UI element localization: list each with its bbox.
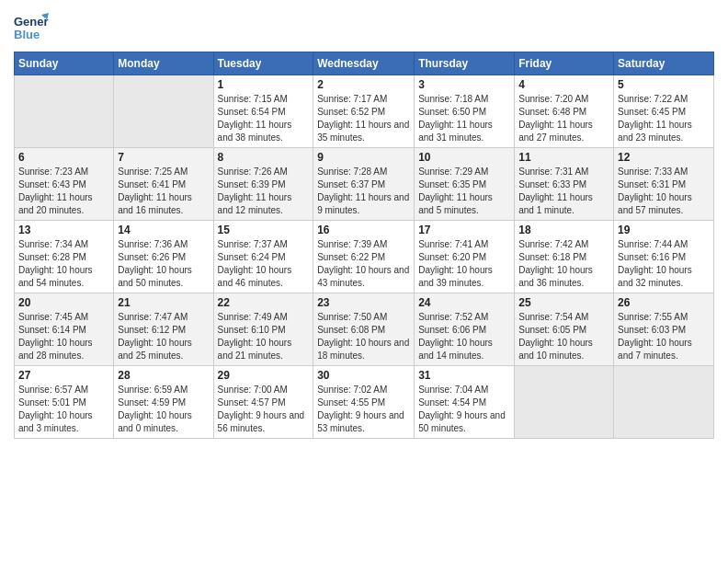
calendar-cell: 12Sunrise: 7:33 AM Sunset: 6:31 PM Dayli… [614,148,714,221]
calendar-cell: 10Sunrise: 7:29 AM Sunset: 6:35 PM Dayli… [415,148,515,221]
day-info: Sunrise: 6:57 AM Sunset: 5:01 PM Dayligh… [18,384,109,435]
day-info: Sunrise: 7:20 AM Sunset: 6:48 PM Dayligh… [518,93,609,144]
calendar-cell [15,75,114,148]
day-number: 4 [518,78,609,91]
calendar-cell: 23Sunrise: 7:50 AM Sunset: 6:08 PM Dayli… [313,293,415,366]
day-info: Sunrise: 7:18 AM Sunset: 6:50 PM Dayligh… [418,93,510,144]
day-number: 17 [418,224,510,236]
day-number: 12 [618,151,710,164]
day-number: 6 [18,151,109,164]
day-number: 1 [218,78,310,91]
day-number: 10 [418,151,510,164]
calendar-cell: 4Sunrise: 7:20 AM Sunset: 6:48 PM Daylig… [515,75,614,148]
day-number: 29 [218,369,310,382]
day-info: Sunrise: 7:23 AM Sunset: 6:43 PM Dayligh… [18,166,109,217]
day-info: Sunrise: 7:22 AM Sunset: 6:45 PM Dayligh… [618,93,710,144]
calendar-cell: 16Sunrise: 7:39 AM Sunset: 6:22 PM Dayli… [313,221,415,293]
calendar-cell: 20Sunrise: 7:45 AM Sunset: 6:14 PM Dayli… [15,293,114,366]
day-number: 14 [118,224,209,236]
day-number: 7 [118,151,209,164]
header: General Blue [14,9,714,44]
calendar-week-row: 6Sunrise: 7:23 AM Sunset: 6:43 PM Daylig… [15,148,714,221]
calendar-week-row: 27Sunrise: 6:57 AM Sunset: 5:01 PM Dayli… [15,366,714,439]
day-number: 31 [418,369,510,382]
weekday-header: Saturday [614,52,714,75]
day-number: 30 [317,369,410,382]
calendar-week-row: 1Sunrise: 7:15 AM Sunset: 6:54 PM Daylig… [15,75,714,148]
weekday-header: Thursday [415,52,515,75]
calendar-cell: 25Sunrise: 7:54 AM Sunset: 6:05 PM Dayli… [515,293,614,366]
day-info: Sunrise: 7:47 AM Sunset: 6:12 PM Dayligh… [118,311,209,362]
page-container: General Blue SundayMondayTuesdayWednesda… [0,0,728,448]
calendar-cell: 13Sunrise: 7:34 AM Sunset: 6:28 PM Dayli… [15,221,114,293]
day-info: Sunrise: 7:29 AM Sunset: 6:35 PM Dayligh… [418,166,510,217]
day-info: Sunrise: 7:04 AM Sunset: 4:54 PM Dayligh… [418,384,510,435]
weekday-header: Wednesday [313,52,415,75]
day-number: 20 [18,296,109,309]
day-info: Sunrise: 7:34 AM Sunset: 6:28 PM Dayligh… [18,238,109,290]
day-info: Sunrise: 7:17 AM Sunset: 6:52 PM Dayligh… [317,93,410,144]
day-number: 8 [218,151,310,164]
day-info: Sunrise: 7:50 AM Sunset: 6:08 PM Dayligh… [317,311,410,362]
day-info: Sunrise: 7:25 AM Sunset: 6:41 PM Dayligh… [118,166,209,217]
day-number: 27 [18,369,109,382]
day-info: Sunrise: 7:55 AM Sunset: 6:03 PM Dayligh… [618,311,710,362]
day-number: 11 [518,151,609,164]
day-number: 24 [418,296,510,309]
day-number: 3 [418,78,510,91]
day-info: Sunrise: 7:33 AM Sunset: 6:31 PM Dayligh… [618,166,710,217]
calendar-cell: 27Sunrise: 6:57 AM Sunset: 5:01 PM Dayli… [15,366,114,439]
calendar-cell: 17Sunrise: 7:41 AM Sunset: 6:20 PM Dayli… [415,221,515,293]
day-number: 18 [518,224,609,236]
calendar-cell: 28Sunrise: 6:59 AM Sunset: 4:59 PM Dayli… [114,366,213,439]
weekday-header: Friday [515,52,614,75]
day-info: Sunrise: 7:02 AM Sunset: 4:55 PM Dayligh… [317,384,410,435]
logo-icon: General Blue [14,9,49,44]
day-info: Sunrise: 7:26 AM Sunset: 6:39 PM Dayligh… [218,166,310,217]
calendar-cell: 22Sunrise: 7:49 AM Sunset: 6:10 PM Dayli… [213,293,313,366]
calendar-cell: 26Sunrise: 7:55 AM Sunset: 6:03 PM Dayli… [614,293,714,366]
day-number: 2 [317,78,410,91]
day-number: 15 [218,224,310,236]
day-number: 21 [118,296,209,309]
calendar-cell: 3Sunrise: 7:18 AM Sunset: 6:50 PM Daylig… [415,75,515,148]
weekday-header: Sunday [15,52,114,75]
day-number: 19 [618,224,710,236]
logo: General Blue [14,9,52,44]
calendar-cell: 9Sunrise: 7:28 AM Sunset: 6:37 PM Daylig… [313,148,415,221]
calendar-cell: 2Sunrise: 7:17 AM Sunset: 6:52 PM Daylig… [313,75,415,148]
day-info: Sunrise: 7:39 AM Sunset: 6:22 PM Dayligh… [317,238,410,290]
calendar-cell [614,366,714,439]
day-info: Sunrise: 6:59 AM Sunset: 4:59 PM Dayligh… [118,384,209,435]
day-number: 23 [317,296,410,309]
day-info: Sunrise: 7:37 AM Sunset: 6:24 PM Dayligh… [218,238,310,290]
calendar-week-row: 13Sunrise: 7:34 AM Sunset: 6:28 PM Dayli… [15,221,714,293]
day-info: Sunrise: 7:49 AM Sunset: 6:10 PM Dayligh… [218,311,310,362]
day-info: Sunrise: 7:42 AM Sunset: 6:18 PM Dayligh… [518,238,609,290]
calendar-table: SundayMondayTuesdayWednesdayThursdayFrid… [14,52,714,439]
day-number: 16 [317,224,410,236]
day-number: 25 [518,296,609,309]
day-info: Sunrise: 7:54 AM Sunset: 6:05 PM Dayligh… [518,311,609,362]
day-info: Sunrise: 7:44 AM Sunset: 6:16 PM Dayligh… [618,238,710,290]
calendar-cell: 31Sunrise: 7:04 AM Sunset: 4:54 PM Dayli… [415,366,515,439]
day-info: Sunrise: 7:36 AM Sunset: 6:26 PM Dayligh… [118,238,209,290]
day-info: Sunrise: 7:45 AM Sunset: 6:14 PM Dayligh… [18,311,109,362]
calendar-cell: 8Sunrise: 7:26 AM Sunset: 6:39 PM Daylig… [213,148,313,221]
calendar-cell: 19Sunrise: 7:44 AM Sunset: 6:16 PM Dayli… [614,221,714,293]
day-number: 13 [18,224,109,236]
day-number: 28 [118,369,209,382]
svg-text:Blue: Blue [14,28,40,41]
calendar-cell: 5Sunrise: 7:22 AM Sunset: 6:45 PM Daylig… [614,75,714,148]
calendar-cell: 15Sunrise: 7:37 AM Sunset: 6:24 PM Dayli… [213,221,313,293]
calendar-cell: 24Sunrise: 7:52 AM Sunset: 6:06 PM Dayli… [415,293,515,366]
calendar-cell: 29Sunrise: 7:00 AM Sunset: 4:57 PM Dayli… [213,366,313,439]
day-info: Sunrise: 7:41 AM Sunset: 6:20 PM Dayligh… [418,238,510,290]
calendar-cell: 1Sunrise: 7:15 AM Sunset: 6:54 PM Daylig… [213,75,313,148]
calendar-week-row: 20Sunrise: 7:45 AM Sunset: 6:14 PM Dayli… [15,293,714,366]
calendar-cell: 18Sunrise: 7:42 AM Sunset: 6:18 PM Dayli… [515,221,614,293]
calendar-cell [114,75,213,148]
day-info: Sunrise: 7:52 AM Sunset: 6:06 PM Dayligh… [418,311,510,362]
day-number: 5 [618,78,710,91]
calendar-cell: 6Sunrise: 7:23 AM Sunset: 6:43 PM Daylig… [15,148,114,221]
